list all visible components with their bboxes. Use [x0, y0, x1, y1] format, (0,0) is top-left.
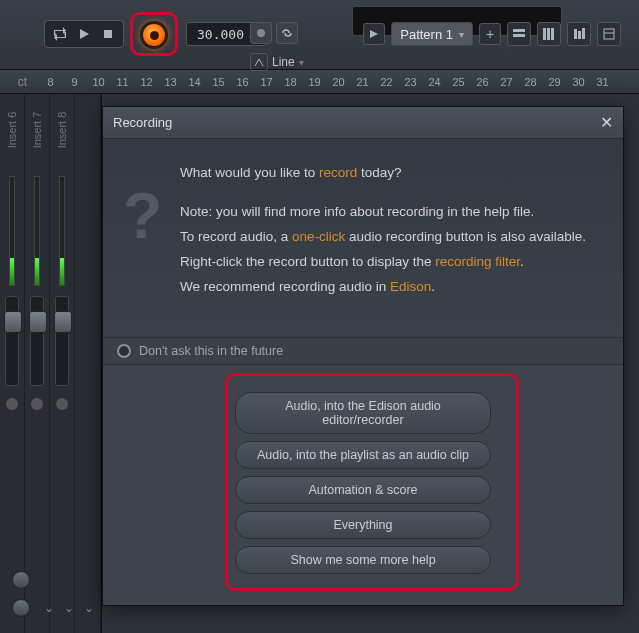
ruler-tick: 21	[352, 76, 373, 88]
ruler-tick: 8	[40, 76, 61, 88]
svg-rect-3	[513, 34, 525, 37]
pan-knob[interactable]	[56, 398, 68, 410]
svg-rect-4	[543, 28, 546, 40]
svg-rect-5	[547, 28, 550, 40]
ruler-tick: 18	[280, 76, 301, 88]
mixer-strip[interactable]: Insert 8	[50, 94, 75, 633]
ruler-tick: 25	[448, 76, 469, 88]
svg-rect-0	[104, 30, 112, 38]
pan-knob[interactable]	[6, 398, 18, 410]
snap-icon[interactable]	[250, 53, 268, 71]
volume-fader[interactable]	[55, 296, 69, 386]
recording-filter-link[interactable]: recording filter	[435, 254, 520, 269]
svg-rect-8	[578, 31, 581, 39]
close-icon[interactable]: ✕	[600, 113, 613, 132]
ruler-tick: 24	[424, 76, 445, 88]
extra-knob[interactable]	[12, 571, 30, 589]
dialog-titlebar[interactable]: Recording ✕	[103, 107, 623, 139]
mixer-panel: Insert 6 Insert 7 Insert 8 ⌄ ⌄ ⌄	[0, 94, 102, 633]
svg-point-1	[257, 29, 265, 37]
ruler-tick: 26	[472, 76, 493, 88]
snap-mode-label: Line	[272, 55, 295, 69]
dont-ask-label: Don't ask this in the future	[139, 344, 283, 358]
strip-label: Insert 7	[31, 112, 43, 149]
link-icon[interactable]	[276, 22, 298, 44]
mixer-window-icon[interactable]	[567, 22, 591, 46]
loop-button[interactable]	[49, 23, 71, 45]
volume-fader[interactable]	[5, 296, 19, 386]
svg-rect-6	[551, 28, 554, 40]
ruler-tick: 28	[520, 76, 541, 88]
volume-fader[interactable]	[30, 296, 44, 386]
ruler-tick: 16	[232, 76, 253, 88]
svg-rect-10	[604, 29, 614, 39]
ruler-tick: 27	[496, 76, 517, 88]
pattern-selector[interactable]: Pattern 1 ▾	[391, 22, 473, 46]
ruler-tick: 12	[136, 76, 157, 88]
chevron-down-icon[interactable]: ⌄	[84, 601, 94, 615]
ruler-tick: 10	[88, 76, 109, 88]
ruler-tick: 13	[160, 76, 181, 88]
playlist-window-icon[interactable]	[507, 22, 531, 46]
ruler-tick: 15	[208, 76, 229, 88]
browser-window-icon[interactable]	[597, 22, 621, 46]
swing-knob[interactable]	[250, 22, 272, 44]
ruler-tick: 30	[568, 76, 589, 88]
tempo-value: 30.000	[197, 27, 244, 42]
dialog-text: What would you like to record today? Not…	[180, 161, 586, 329]
question-icon: ?	[123, 157, 162, 329]
chevron-down-icon[interactable]: ⌄	[44, 601, 54, 615]
chevron-down-icon[interactable]: ⌄	[64, 601, 74, 615]
ruler-tick: 11	[112, 76, 133, 88]
play-button[interactable]	[73, 23, 95, 45]
svg-rect-2	[513, 29, 525, 32]
level-meter	[9, 176, 15, 286]
svg-rect-9	[582, 28, 585, 39]
recording-dialog: Recording ✕ ? What would you like to rec…	[102, 106, 624, 606]
dialog-title: Recording	[113, 115, 172, 130]
ruler-tick: 19	[304, 76, 325, 88]
mixer-strip[interactable]: Insert 7	[25, 94, 50, 633]
svg-rect-7	[574, 29, 577, 39]
mixer-strip[interactable]: Insert 6	[0, 94, 25, 633]
strip-label: Insert 6	[6, 112, 18, 149]
ruler-tick: 29	[544, 76, 565, 88]
ruler-tick: 23	[400, 76, 421, 88]
pan-knob[interactable]	[31, 398, 43, 410]
ruler-tick: 14	[184, 76, 205, 88]
pattern-label: Pattern 1	[400, 27, 453, 42]
ruler-tick: 9	[64, 76, 85, 88]
edison-link[interactable]: Edison	[390, 279, 431, 294]
one-click-link[interactable]: one-click	[292, 229, 345, 244]
dont-ask-row[interactable]: Don't ask this in the future	[103, 337, 623, 365]
piano-roll-window-icon[interactable]	[537, 22, 561, 46]
level-meter	[59, 176, 65, 286]
ruler-tick: 17	[256, 76, 277, 88]
timeline-ruler[interactable]: ct 8 9 10 11 12 13 14 15 16 17 18 19 20 …	[0, 70, 639, 94]
ruler-tick: 31	[592, 76, 613, 88]
ruler-tick: 22	[376, 76, 397, 88]
level-meter	[34, 176, 40, 286]
strip-label: Insert 8	[56, 112, 68, 149]
radio-icon[interactable]	[117, 344, 131, 358]
extra-knob[interactable]	[12, 599, 30, 617]
annotation-highlight-options	[225, 373, 519, 591]
record-link[interactable]: record	[319, 165, 357, 180]
mixer-strip[interactable]	[75, 94, 101, 633]
record-button[interactable]	[140, 21, 168, 49]
pattern-play-button[interactable]	[363, 23, 385, 45]
pattern-add-button[interactable]: +	[479, 23, 501, 45]
stop-button[interactable]	[97, 23, 119, 45]
ruler-tick: 20	[328, 76, 349, 88]
